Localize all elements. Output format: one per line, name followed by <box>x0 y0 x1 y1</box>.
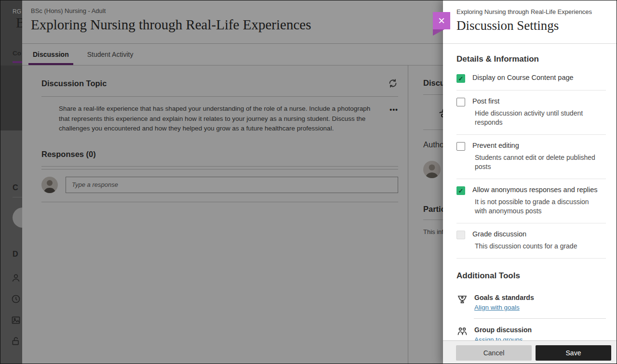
divider <box>13 197 22 197</box>
clock-icon[interactable] <box>11 294 21 304</box>
person-icon[interactable] <box>11 273 21 283</box>
settings-title: Discussion Settings <box>456 18 606 33</box>
checkbox-anonymous[interactable]: ✓ <box>456 186 465 195</box>
course-title-fragment: B <box>16 15 22 31</box>
option-label: Display on Course Content page <box>472 74 606 81</box>
align-with-goals-link[interactable]: Align with goals <box>474 304 520 311</box>
course-tab-fragment[interactable]: Co <box>13 50 21 57</box>
settings-options: ✓ Display on Course Content page Post fi… <box>456 67 606 259</box>
underlying-course-page: RG B Co C D <box>0 0 22 364</box>
modal-dim-overlay[interactable] <box>22 0 443 364</box>
app-window: RG B Co C D BSc (Hons) Nursing - Adult E… <box>0 0 617 364</box>
course-breadcrumb-fragment: RG <box>13 8 21 15</box>
course-banner-strip <box>0 65 22 130</box>
settings-subtitle: Exploring Nursing through Real-Life Expe… <box>456 8 606 15</box>
close-icon: × <box>438 15 445 26</box>
option-label: Prevent editing <box>472 142 606 149</box>
option-label: Grade discussion <box>472 230 606 238</box>
goals-icon <box>456 294 468 305</box>
option-description: It is not possible to grade a discussion… <box>472 197 603 216</box>
group-icon <box>456 326 468 338</box>
checkbox-prevent-editing[interactable] <box>456 142 465 151</box>
option-grade-discussion: Grade discussion This discussion counts … <box>456 223 606 259</box>
cancel-button[interactable]: Cancel <box>456 345 532 361</box>
checkbox-post-first[interactable] <box>456 98 465 106</box>
discussion-settings-panel: × Exploring Nursing through Real-Life Ex… <box>443 0 617 364</box>
lock-icon[interactable] <box>11 337 21 346</box>
option-post-first: Post first Hide discussion activity unti… <box>456 91 606 135</box>
checkbox-display-on-content[interactable]: ✓ <box>456 74 465 83</box>
tool-group-discussion: Group discussion Assign to groups <box>456 319 606 340</box>
settings-footer: Cancel Save <box>443 340 617 364</box>
settings-header: Exploring Nursing through Real-Life Expe… <box>443 0 617 44</box>
course-avatar <box>13 208 22 228</box>
option-description: Students cannot edit or delete published… <box>472 153 598 171</box>
option-anonymous: ✓ Allow anonymous responses and replies … <box>456 179 606 223</box>
close-button[interactable]: × <box>433 12 450 29</box>
save-button[interactable]: Save <box>536 345 611 361</box>
tool-goals: Goals & standards Align with goals <box>456 286 606 318</box>
option-prevent-editing: Prevent editing Students cannot edit or … <box>456 135 606 179</box>
tool-label: Group discussion <box>474 326 532 334</box>
additional-tools: Goals & standards Align with goals Group… <box>456 286 606 340</box>
option-description: This discussion counts for a grade <box>472 242 606 251</box>
course-section-fragment-2: D <box>13 250 18 259</box>
option-label: Allow anonymous responses and replies <box>472 186 606 194</box>
checkbox-grade-discussion <box>456 231 465 239</box>
course-section-fragment-1: C <box>13 183 18 192</box>
tool-label: Goals & standards <box>474 294 534 301</box>
option-label: Post first <box>472 97 606 105</box>
option-display-on-content: ✓ Display on Course Content page <box>456 67 606 91</box>
details-section-heading: Details & Information <box>456 54 606 64</box>
image-icon[interactable] <box>11 315 21 325</box>
option-description: Hide discussion activity until student r… <box>472 109 593 127</box>
tools-section-heading: Additional Tools <box>456 271 606 281</box>
course-tab-underline <box>13 61 22 63</box>
settings-body: Details & Information ✓ Display on Cours… <box>443 44 617 340</box>
assign-to-groups-link[interactable]: Assign to groups <box>474 336 523 340</box>
